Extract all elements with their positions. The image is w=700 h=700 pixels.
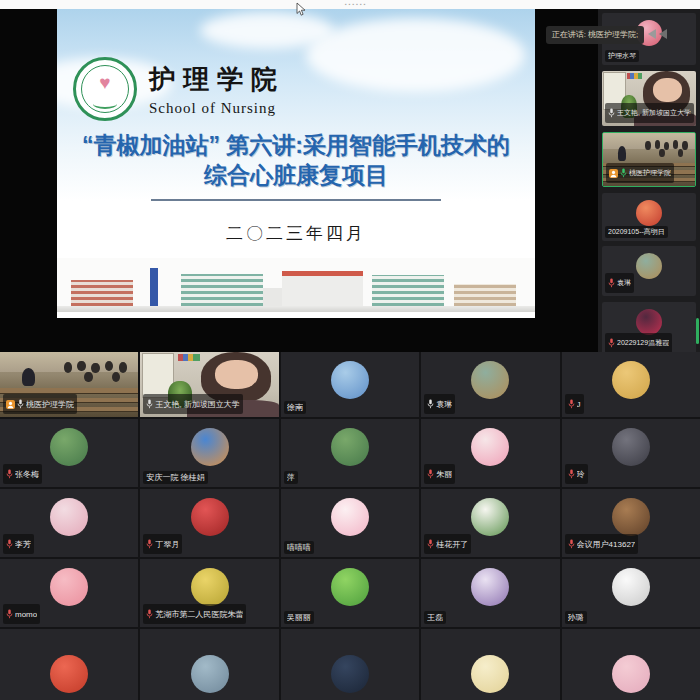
participant-avatar xyxy=(191,428,229,466)
participant-tile[interactable]: 朱丽 xyxy=(421,419,559,487)
participant-tile[interactable]: 李芳 xyxy=(0,489,138,557)
mic-on-icon xyxy=(17,395,24,413)
participant-name-chip: J xyxy=(565,394,584,414)
title-underline xyxy=(151,199,441,201)
participant-tile[interactable]: 张冬梅 xyxy=(0,419,138,487)
participant-name-chip: 玲 xyxy=(565,464,588,484)
mic-muted-icon xyxy=(608,274,615,292)
participant-name-chip: 王文艳, 新加坡国立大学 xyxy=(143,394,242,414)
participant-tile[interactable]: 芜湖市第二人民医院朱蕾 xyxy=(140,559,278,627)
reply-arrow-icon[interactable] xyxy=(659,29,667,39)
participant-name: 丁翠月 xyxy=(155,539,179,550)
participant-name-chip: 桃医护理学院 xyxy=(3,394,77,414)
participant-name-chip: 桂花开了 xyxy=(424,534,471,554)
heart-icon: ♥ xyxy=(76,73,134,92)
participant-name: 桃医护理学院 xyxy=(26,399,74,410)
participant-tile[interactable]: 玲 xyxy=(562,419,700,487)
host-badge-icon xyxy=(609,164,618,182)
cloud-decoration xyxy=(306,18,526,92)
participant-name: 萍 xyxy=(287,472,295,483)
mic-muted-icon xyxy=(427,535,434,553)
participant-tile[interactable]: 丁翠月 xyxy=(140,489,278,557)
mic-muted-icon xyxy=(568,535,575,553)
participant-avatar xyxy=(331,498,369,536)
participant-tile[interactable]: 20229129温雅霞 xyxy=(602,302,696,352)
participant-name: 王文艳, 新加坡国立大学 xyxy=(155,399,239,410)
collapsed-toolbar-hint: ▪▪▪▪▪▪ xyxy=(345,1,368,7)
participant-avatar xyxy=(612,568,650,606)
campus-flag-pillar xyxy=(150,268,158,306)
participant-tile[interactable] xyxy=(140,629,278,700)
campus-ground xyxy=(57,306,535,312)
campus-building xyxy=(71,280,133,306)
host-badge-icon xyxy=(6,395,15,413)
participant-name-chip: 吴丽丽 xyxy=(284,611,314,624)
participant-name-chip: 护理水琴 xyxy=(605,50,639,62)
participant-name: 20229129温雅霞 xyxy=(617,338,669,348)
participant-name-chip: momo xyxy=(3,604,40,624)
participant-tile[interactable]: 桃医护理学院 xyxy=(0,352,138,417)
campus-main-building xyxy=(282,271,363,306)
participant-tile[interactable]: 袁琳 xyxy=(602,246,696,296)
participant-avatar xyxy=(636,309,662,335)
participant-tile[interactable] xyxy=(0,629,138,700)
participant-avatar xyxy=(331,428,369,466)
participant-avatar xyxy=(50,428,88,466)
participant-name-chip: 安庆一院 徐桂娟 xyxy=(143,471,207,484)
participant-name-chip: 徐南 xyxy=(284,401,306,414)
participant-name: 朱丽 xyxy=(436,469,452,480)
participant-tile[interactable]: momo xyxy=(0,559,138,627)
participant-tile[interactable]: 王磊 xyxy=(421,559,559,627)
participant-tile[interactable] xyxy=(562,629,700,700)
participant-tile[interactable]: 喵喵喵 xyxy=(281,489,419,557)
participant-tile[interactable]: 20209105--高明日 xyxy=(602,193,696,241)
participant-name-chip: 孙璐 xyxy=(565,611,587,624)
participant-name: 喵喵喵 xyxy=(287,542,311,553)
sidebar-scrollbar[interactable] xyxy=(696,318,699,344)
slide-title-line1: “青椒加油站” 第六讲:采用智能手机技术的 xyxy=(57,130,535,160)
participant-avatar xyxy=(191,568,229,606)
participant-tile[interactable]: 会议用户413627 xyxy=(562,489,700,557)
volume-icon[interactable] xyxy=(648,29,656,39)
participant-name-chip: 朱丽 xyxy=(424,464,455,484)
mic-on-icon xyxy=(427,395,434,413)
participant-name: 吴丽丽 xyxy=(287,612,311,623)
participant-tile[interactable]: 王文艳, 新加坡国立大学 xyxy=(140,352,278,417)
participant-name: 王磊 xyxy=(427,612,443,623)
participant-name-chip: 20209105--高明日 xyxy=(605,226,668,238)
participant-tile[interactable]: 桃医护理学院 xyxy=(602,132,696,187)
participant-name-chip: 李芳 xyxy=(3,534,34,554)
participant-avatar xyxy=(471,568,509,606)
participant-tile[interactable]: 安庆一院 徐桂娟 xyxy=(140,419,278,487)
participant-tile[interactable]: 孙璐 xyxy=(562,559,700,627)
participant-tile[interactable]: 徐南 xyxy=(281,352,419,417)
participant-name: 孙璐 xyxy=(568,612,584,623)
school-logo: ♥ 护理学院 School of Nursing xyxy=(73,57,285,121)
participant-tile[interactable] xyxy=(281,629,419,700)
participant-name: 袁琳 xyxy=(617,278,631,288)
presenter-screen-top-strip: ▪▪▪▪▪▪ xyxy=(0,0,700,9)
participant-avatar xyxy=(331,361,369,399)
campus-photo xyxy=(57,258,535,312)
participant-tile[interactable]: 萍 xyxy=(281,419,419,487)
participant-name-chip: 张冬梅 xyxy=(3,464,42,484)
participant-tile[interactable]: 袁琳 xyxy=(421,352,559,417)
meeting-window: ▪▪▪▪▪▪ ♥ 护理学院 School of Nursing “青椒加油站” … xyxy=(0,0,700,700)
participant-tile[interactable]: 王文艳, 新加坡国立大学 xyxy=(602,71,696,126)
mouse-cursor-icon xyxy=(296,2,307,21)
mic-muted-icon xyxy=(6,535,13,553)
participant-avatar xyxy=(612,361,650,399)
participant-tile[interactable]: 桂花开了 xyxy=(421,489,559,557)
participant-name: 会议用户413627 xyxy=(577,539,636,550)
participant-tile[interactable] xyxy=(421,629,559,700)
participant-avatar xyxy=(471,655,509,693)
participant-name: 芜湖市第二人民医院朱蕾 xyxy=(155,609,243,620)
mic-muted-icon xyxy=(608,334,615,352)
school-emblem-icon: ♥ xyxy=(73,57,137,121)
participant-tile[interactable]: 吴丽丽 xyxy=(281,559,419,627)
mic-muted-icon xyxy=(146,535,153,553)
participant-name: 20209105--高明日 xyxy=(608,227,665,237)
participant-avatar xyxy=(471,428,509,466)
participant-tile[interactable]: J xyxy=(562,352,700,417)
participant-name-chip: 袁琳 xyxy=(424,394,455,414)
